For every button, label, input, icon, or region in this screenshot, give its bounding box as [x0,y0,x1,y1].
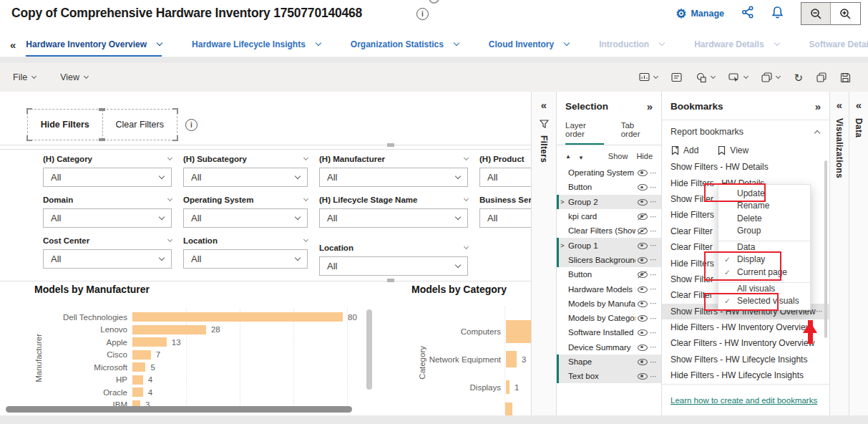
shapes-button[interactable] [696,72,715,83]
bookmarks-scrollbar[interactable] [824,160,827,338]
more-options-icon[interactable]: ⋯ [650,183,657,191]
expand-pane-icon[interactable]: « [541,99,547,111]
hide-all-button[interactable]: Hide [636,152,653,160]
selection-handle[interactable] [26,108,32,114]
visibility-eye-icon[interactable] [638,358,648,365]
layer-list-item[interactable]: > Hardware Models De... ⋯ [557,281,661,296]
layer-list-item[interactable]: > Text box ⋯ [557,369,661,383]
visibility-eye-icon[interactable] [638,256,648,264]
resize-handle[interactable] [387,143,394,147]
share-icon[interactable] [741,6,754,21]
more-options-icon[interactable]: ⋯ [650,256,657,264]
slicer-dropdown[interactable]: All [183,249,308,269]
bar[interactable] [132,312,343,322]
visibility-eye-icon[interactable] [638,314,648,322]
bar[interactable] [506,380,509,394]
slicer-dropdown[interactable]: All [183,168,308,187]
hide-filters-button[interactable]: Hide Filters [28,110,103,140]
buttons-button[interactable] [728,72,748,82]
layer-list-item[interactable]: > Clear Filters (Show) ⋯ [557,223,661,238]
chevron-down-icon[interactable] [564,40,570,46]
page-tab[interactable]: Cloud Inventory [489,33,569,57]
slicer-dropdown[interactable]: All [479,168,531,187]
visibility-eye-icon[interactable] [638,329,648,336]
chevron-up-icon[interactable] [814,130,820,135]
bar[interactable] [132,375,143,385]
new-page-button[interactable] [761,72,780,82]
more-options-icon[interactable]: ⋯ [650,285,657,293]
chevron-down-icon[interactable] [303,155,308,160]
chart-vertical-scrollbar[interactable] [366,309,372,390]
visibility-eye-icon[interactable] [638,213,648,220]
visibility-eye-icon[interactable] [638,344,648,351]
collapse-pane-icon[interactable]: » [815,100,821,112]
visibility-eye-icon[interactable] [638,183,648,191]
notifications-bell-icon[interactable] [771,6,784,21]
chevron-down-icon[interactable] [167,155,172,160]
tab-tab-order[interactable]: Tab order [621,121,653,145]
visibility-eye-icon[interactable] [638,198,648,206]
visibility-eye-icon[interactable] [638,271,648,278]
collapse-pane-icon[interactable]: » [647,100,653,112]
layer-list-item[interactable]: > Operating System Su... ⋯ [557,165,661,180]
chevron-down-icon[interactable] [316,40,321,46]
layer-list-item[interactable]: > Button ⋯ [557,267,661,281]
filters-pane-collapsed[interactable]: « Filters [531,92,557,415]
visibility-eye-icon[interactable] [638,286,648,293]
view-bookmarks-button[interactable]: View [717,145,748,155]
insert-visual-button[interactable] [639,72,658,82]
visibility-eye-icon[interactable] [638,169,648,176]
chevron-down-icon[interactable] [167,196,172,201]
bar[interactable] [506,351,517,367]
bookmark-item[interactable]: Show Filters - HW Details ⋯ [662,159,830,175]
expand-pane-icon[interactable]: « [856,99,862,111]
more-options-icon[interactable]: ⋯ [650,198,657,206]
chevron-down-icon[interactable] [303,237,308,242]
visibility-eye-icon[interactable] [638,227,648,234]
more-options-icon[interactable]: ⋯ [650,169,657,177]
expand-pane-icon[interactable]: « [837,99,842,111]
tabs-scroll-left-icon[interactable]: « [10,39,16,51]
more-options-icon[interactable]: ⋯ [650,343,657,351]
clear-filters-button[interactable]: Clear Filters [103,110,177,140]
page-tab[interactable]: Hardware Inventory Overview [26,33,162,57]
bar[interactable] [132,387,143,397]
chevron-down-icon[interactable] [464,244,469,249]
canvas-horizontal-scrollbar[interactable] [6,406,352,413]
info-icon[interactable]: i [416,8,429,20]
more-options-icon[interactable]: ⋯ [650,358,657,366]
selection-handle[interactable] [99,138,105,141]
more-options-icon[interactable]: ⋯ [650,314,657,322]
chevron-down-icon[interactable] [464,155,469,160]
menu-item[interactable]: File [13,72,36,82]
chevron-down-icon[interactable] [464,196,469,201]
move-layer-up-icon[interactable]: ▲ [565,153,571,160]
layer-list-item[interactable]: > Group 2 ⋯ [557,195,661,209]
more-options-icon[interactable]: ⋯ [650,241,657,249]
zoom-out-button[interactable] [801,3,831,24]
more-options-icon[interactable]: ⋯ [650,299,657,307]
context-menu-item[interactable]: ✓ Delete [718,212,810,225]
chevron-down-icon[interactable] [659,40,665,46]
page-tab[interactable]: Organization Statistics [351,33,459,57]
chevron-down-icon[interactable] [454,40,459,46]
bar[interactable] [132,362,145,372]
filter-buttons-visual-selected[interactable]: Hide Filters Clear Filters [27,109,177,140]
page-tab[interactable]: Introduction [599,33,664,57]
duplicate-page-button[interactable] [816,72,826,82]
layer-list-item[interactable]: > Shape ⋯ [557,355,661,369]
layer-list-item[interactable]: > Device Summary ⋯ [557,340,661,355]
bar[interactable] [132,350,151,360]
selection-handle[interactable] [26,135,32,141]
slicer-dropdown[interactable]: All [43,249,172,269]
visibility-eye-icon[interactable] [638,242,648,249]
menu-item[interactable]: View [60,72,88,82]
more-options-icon[interactable]: ⋯ [650,213,657,221]
selection-handle[interactable] [172,135,178,141]
selection-handle[interactable] [172,108,178,114]
chevron-down-icon[interactable] [157,40,162,46]
layer-list-item[interactable]: > Models by Category ⋯ [557,311,661,325]
layer-list-item[interactable]: > Group 1 ⋯ [557,238,661,252]
more-options-icon[interactable]: ⋯ [650,329,657,337]
bar[interactable] [132,325,206,334]
